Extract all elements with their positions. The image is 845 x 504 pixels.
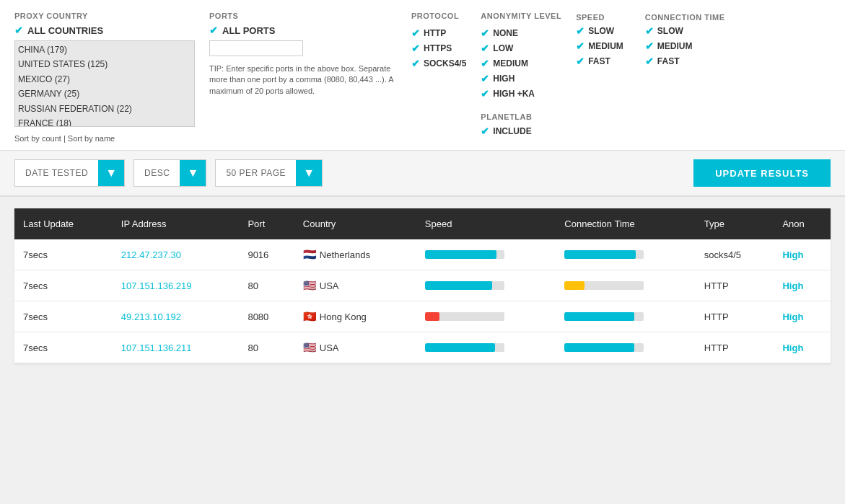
update-results-button[interactable]: UPDATE RESULTS <box>693 159 831 187</box>
conn-time-list: ✔SLOW✔MEDIUM✔FAST <box>645 25 725 67</box>
all-countries-option[interactable]: ✔ ALL COUNTRIES <box>14 25 195 36</box>
ip-cell[interactable]: 107.151.136.219 <box>113 270 240 301</box>
country-list-item[interactable]: CHINA (179) <box>18 43 191 57</box>
check-icon: ✔ <box>481 27 489 39</box>
table-row: 7secs 49.213.10.192 8080 🇭🇰 Hong Kong HT… <box>14 301 831 332</box>
speed-item[interactable]: ✔SLOW <box>576 25 623 37</box>
speed-item[interactable]: ✔FAST <box>576 56 623 67</box>
planetlab-include-label: INCLUDE <box>493 126 531 136</box>
sort-links: Sort by count | Sort by name <box>14 134 195 143</box>
ports-label: PORTS <box>209 12 397 20</box>
check-icon: ✔ <box>645 56 654 67</box>
all-ports-option[interactable]: ✔ ALL PORTS <box>209 25 397 36</box>
country-flag: 🇺🇸 <box>303 341 317 354</box>
last-update-cell: 7secs <box>14 301 113 332</box>
country-list-container: CHINA (179)UNITED STATES (125)MEXICO (27… <box>14 40 195 127</box>
country-cell: 🇳🇱 Netherlands <box>294 239 416 270</box>
check-icon: ✔ <box>481 43 489 54</box>
anonymity-item[interactable]: ✔NONE <box>481 27 561 39</box>
check-icon: ✔ <box>576 40 585 52</box>
per-page-dropdown[interactable]: 50 PER PAGE ▼ <box>215 159 323 187</box>
speed-bar-container <box>425 281 504 290</box>
speed-conn-group: SPEED ✔SLOW✔MEDIUM✔FAST CONNECTION TIME … <box>576 12 724 67</box>
country-cell: 🇭🇰 Hong Kong <box>294 301 416 332</box>
anonymity-list: ✔NONE✔LOW✔MEDIUM✔HIGH✔HIGH +KA <box>481 27 561 100</box>
port-tip: TIP: Enter specific ports in the above b… <box>209 63 397 97</box>
anonymity-item[interactable]: ✔HIGH <box>481 73 561 84</box>
ports-group: PORTS ✔ ALL PORTS TIP: Enter specific po… <box>209 12 397 97</box>
ip-cell[interactable]: 49.213.10.192 <box>113 301 240 332</box>
speed-bar <box>425 281 493 290</box>
country-list-item[interactable]: UNITED STATES (125) <box>18 57 191 71</box>
date-tested-arrow[interactable]: ▼ <box>98 159 124 187</box>
protocol-item[interactable]: ✔HTTP <box>411 27 466 39</box>
conn-bar <box>564 281 585 290</box>
planetlab-label: PLANETLAB <box>481 112 532 121</box>
check-icon: ✔ <box>481 73 489 84</box>
order-dropdown[interactable]: DESC ▼ <box>133 159 206 187</box>
check-icon: ✔ <box>411 58 420 69</box>
planetlab-include[interactable]: ✔ INCLUDE <box>481 125 561 137</box>
conn-time-item[interactable]: ✔SLOW <box>645 25 725 37</box>
ip-link: 107.151.136.211 <box>121 342 192 353</box>
speed-cell <box>416 239 556 270</box>
proxy-country-label: PROXY COUNTRY <box>14 12 195 20</box>
country-list[interactable]: CHINA (179)UNITED STATES (125)MEXICO (27… <box>14 40 195 127</box>
country-flag: 🇺🇸 <box>303 279 317 292</box>
date-tested-dropdown[interactable]: DATE TESTED ▼ <box>14 159 125 187</box>
country-list-item[interactable]: MEXICO (27) <box>18 72 191 87</box>
speed-bar-container <box>425 343 504 352</box>
order-label: DESC <box>134 168 180 178</box>
anonymity-item[interactable]: ✔LOW <box>481 43 561 54</box>
table-header-cell: Anon <box>774 208 831 239</box>
last-update-cell: 7secs <box>14 270 113 301</box>
ip-cell[interactable]: 107.151.136.211 <box>113 332 240 363</box>
conn-time-item[interactable]: ✔MEDIUM <box>645 40 725 52</box>
speed-item[interactable]: ✔MEDIUM <box>576 40 623 52</box>
last-update-cell: 7secs <box>14 239 113 270</box>
conn-bar-container <box>564 250 644 259</box>
speed-bar <box>425 343 495 352</box>
conn-time-cell <box>556 270 695 301</box>
country-name: Netherlands <box>320 249 370 260</box>
anon-cell: High <box>774 332 831 363</box>
port-input[interactable] <box>209 40 303 56</box>
speed-bar-container <box>425 312 504 321</box>
protocol-item[interactable]: ✔HTTPS <box>411 43 466 54</box>
protocol-label: PROTOCOL <box>411 12 466 20</box>
sort-by-name-link[interactable]: Sort by name <box>68 134 115 143</box>
speed-conn-columns: SPEED ✔SLOW✔MEDIUM✔FAST CONNECTION TIME … <box>576 12 724 67</box>
anonymity-item[interactable]: ✔HIGH +KA <box>481 88 561 100</box>
conn-bar-container <box>564 312 644 321</box>
protocol-item[interactable]: ✔SOCKS4/5 <box>411 58 466 69</box>
all-ports-label: ALL PORTS <box>222 25 275 36</box>
country-list-item[interactable]: GERMANY (25) <box>18 87 191 101</box>
conn-time-item[interactable]: ✔FAST <box>645 56 725 67</box>
anon-cell: High <box>774 301 831 332</box>
ip-cell[interactable]: 212.47.237.30 <box>113 239 240 270</box>
port-cell: 80 <box>239 332 294 363</box>
country-list-item[interactable]: RUSSIAN FEDERATION (22) <box>18 102 191 116</box>
anonymity-item[interactable]: ✔MEDIUM <box>481 58 561 69</box>
per-page-arrow[interactable]: ▼ <box>296 159 322 187</box>
check-icon: ✔ <box>411 27 420 39</box>
speed-cell <box>416 270 556 301</box>
table-header-cell: Port <box>239 208 294 239</box>
ip-link: 212.47.237.30 <box>121 249 181 260</box>
check-icon-planetlab: ✔ <box>481 125 489 137</box>
conn-bar <box>564 312 634 321</box>
order-arrow[interactable]: ▼ <box>180 159 206 187</box>
conn-time-cell <box>556 301 695 332</box>
last-update-cell: 7secs <box>14 332 113 363</box>
conn-time-label: CONNECTION TIME <box>645 13 725 22</box>
country-name: Hong Kong <box>320 311 367 322</box>
sort-by-count-link[interactable]: Sort by count <box>14 134 61 143</box>
anonymity-group: ANONYMITY LEVEL ✔NONE✔LOW✔MEDIUM✔HIGH✔HI… <box>481 12 561 137</box>
conn-bar-container <box>564 343 644 352</box>
type-cell: socks4/5 <box>696 239 774 270</box>
speed-bar <box>425 312 439 321</box>
country-name: USA <box>320 280 339 291</box>
type-cell: HTTP <box>696 332 774 363</box>
country-list-item[interactable]: FRANCE (18) <box>18 116 191 127</box>
ip-link: 107.151.136.219 <box>121 280 192 291</box>
